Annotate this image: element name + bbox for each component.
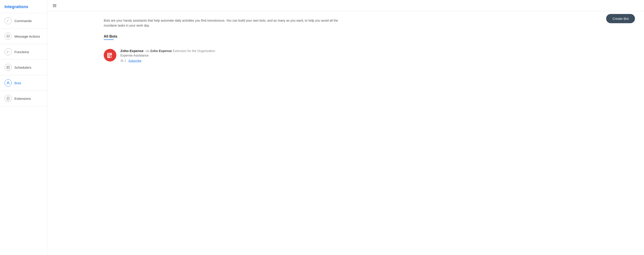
- users-icon: [120, 59, 124, 62]
- avatar: $: [104, 49, 116, 61]
- extensions-icon: [4, 95, 12, 102]
- bot-list: $ Zoho Expense via Zoho Expense Extensio…: [104, 45, 635, 66]
- svg-rect-4: [7, 66, 10, 69]
- svg-text:/: /: [7, 19, 8, 22]
- sidebar-item-schedulers[interactable]: Schedulers: [0, 60, 47, 75]
- subscribe-link[interactable]: Subscribe: [128, 59, 142, 62]
- sidebar-item-label-bots: Bots: [14, 81, 21, 85]
- svg-point-8: [8, 82, 8, 82]
- section-header: All Bots: [104, 34, 635, 40]
- top-bar: [47, 0, 644, 11]
- message-actions-icon: [4, 33, 12, 40]
- bot-extension-text: Extension for the Organization: [173, 49, 215, 53]
- function-icon: f x: [4, 48, 12, 55]
- svg-rect-6: [8, 68, 8, 68]
- app-title: Integrations: [0, 0, 47, 13]
- sidebar-item-extensions[interactable]: Extensions: [0, 91, 47, 106]
- bot-name: Zoho Expense: [120, 49, 144, 53]
- sidebar-item-bots[interactable]: Bots: [0, 75, 47, 91]
- main-content: Bots are your handy assistants that help…: [95, 11, 644, 255]
- sidebar-item-message-actions[interactable]: Message Actions: [0, 29, 47, 44]
- schedulers-icon: [4, 64, 12, 71]
- bot-via-name: Zoho Expense: [150, 49, 172, 53]
- commands-icon: /: [4, 17, 12, 24]
- svg-point-14: [121, 60, 122, 61]
- zoho-expense-icon: $: [106, 52, 114, 59]
- bot-card: $ Zoho Expense via Zoho Expense Extensio…: [104, 45, 635, 66]
- description-text: Bots are your handy assistants that help…: [104, 18, 340, 28]
- svg-text:f: f: [7, 50, 8, 53]
- sidebar-item-label-message-actions: Message Actions: [14, 34, 40, 38]
- create-bot-button[interactable]: Create Bot: [606, 14, 635, 23]
- bot-via-text: via Zoho Expense Extension for the Organ…: [146, 49, 215, 53]
- bot-info: Zoho Expense via Zoho Expense Extension …: [120, 49, 215, 62]
- user-count: 1: [124, 59, 126, 62]
- section-underline: [104, 39, 114, 40]
- bot-meta: 1 Subscribe: [120, 59, 215, 62]
- svg-text:x: x: [8, 50, 9, 52]
- app-container: Integrations / Commands Message Actions: [0, 0, 644, 255]
- svg-rect-5: [7, 68, 8, 68]
- sidebar-item-label-commands: Commands: [14, 19, 32, 23]
- bot-description: Expense Assistance: [120, 54, 215, 57]
- divider-7: [0, 106, 47, 106]
- sidebar: Integrations / Commands Message Actions: [0, 0, 47, 255]
- section-title: All Bots: [104, 34, 635, 38]
- svg-text:$: $: [111, 56, 112, 58]
- sidebar-item-label-schedulers: Schedulers: [14, 65, 31, 69]
- sidebar-item-label-functions: Functions: [14, 50, 29, 54]
- sidebar-item-functions[interactable]: f x Functions: [0, 44, 47, 59]
- bots-icon: [4, 79, 12, 86]
- bot-users: 1: [120, 59, 126, 62]
- svg-point-15: [122, 60, 123, 61]
- sidebar-item-commands[interactable]: / Commands: [0, 13, 47, 28]
- sidebar-item-label-extensions: Extensions: [14, 97, 31, 100]
- menu-icon: [52, 3, 56, 8]
- menu-toggle-button[interactable]: [51, 2, 58, 9]
- bot-name-row: Zoho Expense via Zoho Expense Extension …: [120, 49, 215, 53]
